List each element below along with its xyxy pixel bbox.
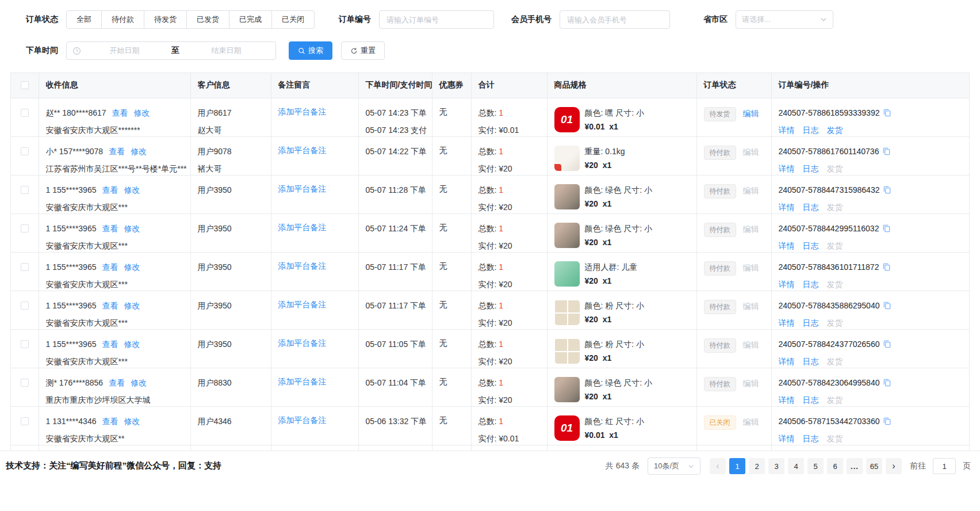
page-button-5[interactable]: 5: [807, 458, 824, 474]
select-all-checkbox[interactable]: [21, 81, 29, 89]
edit-order-link[interactable]: 编辑: [743, 109, 759, 118]
copy-icon[interactable]: [883, 378, 891, 387]
edit-order-link[interactable]: 编辑: [743, 340, 759, 349]
reset-button[interactable]: 重置: [341, 41, 385, 60]
row-checkbox[interactable]: [21, 186, 29, 194]
add-platform-remark-link[interactable]: 添加平台备注: [278, 377, 327, 386]
edit-order-link[interactable]: 编辑: [743, 379, 759, 388]
search-button[interactable]: 搜索: [289, 41, 332, 60]
order-no-input[interactable]: [379, 10, 494, 29]
next-page-button[interactable]: ›: [886, 458, 902, 474]
order-detail-link[interactable]: 详情: [779, 164, 795, 173]
copy-icon[interactable]: [883, 108, 891, 117]
ship-link[interactable]: 发货: [827, 203, 843, 212]
status-tab-all[interactable]: 全部: [66, 10, 102, 29]
ship-link[interactable]: 发货: [827, 395, 843, 405]
ship-link[interactable]: 发货: [827, 164, 843, 173]
order-log-link[interactable]: 日志: [803, 318, 819, 327]
add-platform-remark-link[interactable]: 添加平台备注: [278, 415, 327, 425]
ship-link[interactable]: 发货: [827, 125, 843, 135]
view-address-link[interactable]: 查看: [102, 340, 118, 349]
order-detail-link[interactable]: 详情: [779, 318, 795, 327]
modify-address-link[interactable]: 修改: [131, 378, 147, 387]
row-checkbox[interactable]: [21, 302, 29, 310]
date-range-picker[interactable]: 开始日期 至 结束日期: [66, 41, 276, 60]
modify-address-link[interactable]: 修改: [124, 340, 140, 349]
row-checkbox[interactable]: [21, 224, 29, 232]
row-checkbox[interactable]: [21, 109, 29, 117]
view-address-link[interactable]: 查看: [102, 185, 118, 195]
page-button-65[interactable]: 65: [866, 458, 882, 474]
row-checkbox[interactable]: [21, 417, 29, 425]
ship-link[interactable]: 发货: [827, 434, 843, 443]
ship-link[interactable]: 发货: [827, 357, 843, 366]
status-tab-closed[interactable]: 已关闭: [272, 10, 315, 29]
order-log-link[interactable]: 日志: [803, 434, 819, 443]
ship-link[interactable]: 发货: [827, 241, 843, 250]
prev-page-button[interactable]: ‹: [710, 458, 726, 474]
view-address-link[interactable]: 查看: [112, 108, 128, 117]
view-address-link[interactable]: 查看: [102, 417, 118, 426]
row-checkbox[interactable]: [21, 340, 29, 348]
view-address-link[interactable]: 查看: [109, 378, 125, 387]
add-platform-remark-link[interactable]: 添加平台备注: [278, 146, 327, 155]
page-size-select[interactable]: 10条/页: [648, 457, 700, 475]
copy-icon[interactable]: [882, 147, 891, 155]
view-address-link[interactable]: 查看: [102, 262, 118, 272]
member-phone-input[interactable]: [560, 10, 670, 29]
order-log-link[interactable]: 日志: [803, 280, 819, 289]
page-button-6[interactable]: 6: [827, 458, 843, 474]
page-button-1[interactable]: 1: [729, 458, 745, 474]
view-address-link[interactable]: 查看: [102, 224, 118, 233]
page-button-2[interactable]: 2: [749, 458, 765, 474]
order-detail-link[interactable]: 详情: [779, 357, 795, 366]
view-address-link[interactable]: 查看: [109, 147, 125, 156]
order-log-link[interactable]: 日志: [803, 241, 819, 250]
row-checkbox[interactable]: [21, 263, 29, 271]
add-platform-remark-link[interactable]: 添加平台备注: [278, 338, 327, 348]
add-platform-remark-link[interactable]: 添加平台备注: [278, 300, 327, 309]
edit-order-link[interactable]: 编辑: [743, 263, 759, 272]
region-select[interactable]: 请选择...: [736, 10, 833, 29]
copy-icon[interactable]: [883, 417, 891, 425]
page-ellipsis[interactable]: ...: [847, 458, 863, 474]
page-button-4[interactable]: 4: [788, 458, 804, 474]
order-detail-link[interactable]: 详情: [779, 125, 795, 135]
page-button-3[interactable]: 3: [768, 458, 784, 474]
ship-link[interactable]: 发货: [827, 280, 843, 289]
edit-order-link[interactable]: 编辑: [743, 224, 759, 234]
add-platform-remark-link[interactable]: 添加平台备注: [278, 184, 327, 193]
status-tab-completed[interactable]: 已完成: [229, 10, 272, 29]
order-detail-link[interactable]: 详情: [779, 203, 795, 212]
order-log-link[interactable]: 日志: [803, 164, 819, 173]
order-detail-link[interactable]: 详情: [779, 280, 795, 289]
copy-icon[interactable]: [883, 301, 891, 310]
row-checkbox[interactable]: [21, 379, 29, 387]
add-platform-remark-link[interactable]: 添加平台备注: [278, 223, 327, 232]
edit-order-link[interactable]: 编辑: [743, 147, 759, 157]
row-checkbox[interactable]: [21, 147, 29, 155]
copy-icon[interactable]: [882, 262, 891, 271]
edit-order-link[interactable]: 编辑: [743, 417, 759, 426]
order-log-link[interactable]: 日志: [803, 395, 819, 405]
goto-page-input[interactable]: [933, 458, 956, 474]
modify-address-link[interactable]: 修改: [124, 417, 140, 426]
ship-link[interactable]: 发货: [827, 318, 843, 327]
modify-address-link[interactable]: 修改: [124, 224, 140, 233]
order-detail-link[interactable]: 详情: [779, 434, 795, 443]
status-tab-shipped[interactable]: 已发货: [187, 10, 229, 29]
modify-address-link[interactable]: 修改: [124, 185, 140, 195]
modify-address-link[interactable]: 修改: [124, 301, 140, 310]
add-platform-remark-link[interactable]: 添加平台备注: [278, 261, 327, 270]
order-detail-link[interactable]: 详情: [779, 395, 795, 405]
edit-order-link[interactable]: 编辑: [743, 302, 759, 311]
status-tab-pending-shipment[interactable]: 待发货: [144, 10, 187, 29]
order-log-link[interactable]: 日志: [803, 357, 819, 366]
edit-order-link[interactable]: 编辑: [743, 186, 759, 195]
add-platform-remark-link[interactable]: 添加平台备注: [278, 107, 327, 116]
date-end-input[interactable]: 结束日期: [183, 45, 270, 56]
view-address-link[interactable]: 查看: [102, 301, 118, 310]
copy-icon[interactable]: [883, 185, 891, 194]
order-detail-link[interactable]: 详情: [779, 241, 795, 250]
modify-address-link[interactable]: 修改: [124, 262, 140, 272]
